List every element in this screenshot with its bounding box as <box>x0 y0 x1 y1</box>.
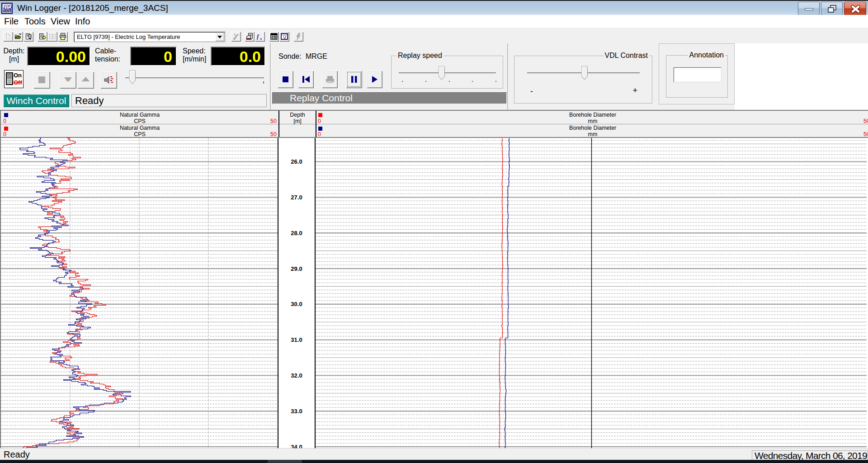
svg-text:x: x <box>259 36 262 41</box>
svg-text:26.0: 26.0 <box>291 158 302 165</box>
svg-text:28.0: 28.0 <box>291 230 302 236</box>
svg-text:29.0: 29.0 <box>291 265 302 272</box>
svg-text:33.0: 33.0 <box>291 408 302 415</box>
svg-text:OK: OK <box>236 33 240 36</box>
svg-text:31.0: 31.0 <box>291 336 302 343</box>
svg-text:Off: Off <box>14 79 22 86</box>
svg-text:On: On <box>14 72 22 79</box>
svg-text:27.0: 27.0 <box>291 194 302 201</box>
svg-text:34.0: 34.0 <box>291 444 302 449</box>
svg-text:30.0: 30.0 <box>291 301 302 307</box>
svg-text:32.0: 32.0 <box>291 372 302 379</box>
svg-text:f: f <box>257 33 259 40</box>
